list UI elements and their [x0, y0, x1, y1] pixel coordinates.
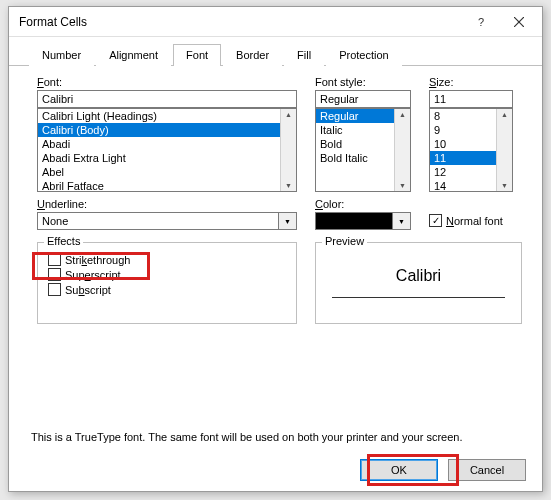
list-item[interactable]: Abadi Extra Light: [38, 151, 296, 165]
size-label: Size:: [429, 76, 513, 88]
font-label: Font:: [37, 76, 297, 88]
chevron-up-icon: ▲: [501, 109, 508, 120]
list-item[interactable]: Calibri (Body): [38, 123, 296, 137]
tab-protection[interactable]: Protection: [326, 44, 402, 66]
checkbox-icon: [48, 253, 61, 266]
preview-group: Preview Calibri: [315, 242, 522, 324]
font-style-input[interactable]: [315, 90, 411, 108]
chevron-down-icon: ▼: [285, 180, 292, 191]
close-icon: [514, 17, 524, 27]
tab-alignment[interactable]: Alignment: [96, 44, 171, 66]
chevron-up-icon: ▲: [399, 109, 406, 120]
cancel-button[interactable]: Cancel: [448, 459, 526, 481]
dialog-footer: OK Cancel: [360, 459, 526, 481]
ok-button[interactable]: OK: [360, 459, 438, 481]
subscript-checkbox[interactable]: Subscript: [48, 283, 286, 296]
size-input[interactable]: [429, 90, 513, 108]
list-item[interactable]: Calibri Light (Headings): [38, 109, 296, 123]
checkbox-icon: [48, 283, 61, 296]
list-item[interactable]: Abril Fatface: [38, 179, 296, 192]
color-label: Color:: [315, 198, 411, 210]
font-hint: This is a TrueType font. The same font w…: [31, 431, 520, 443]
tab-content: Font: Calibri Light (Headings) Calibri (…: [9, 66, 542, 461]
superscript-checkbox[interactable]: Superscript: [48, 268, 286, 281]
normal-font-label: Normal font: [446, 215, 503, 227]
tab-fill[interactable]: Fill: [284, 44, 324, 66]
preview-legend: Preview: [322, 235, 367, 247]
normal-font-checkbox[interactable]: Normal font: [429, 214, 513, 227]
scrollbar[interactable]: ▲▼: [394, 109, 410, 191]
chevron-up-icon: ▲: [285, 109, 292, 120]
scrollbar[interactable]: ▲▼: [280, 109, 296, 191]
list-item[interactable]: Abel: [38, 165, 296, 179]
scrollbar[interactable]: ▲▼: [496, 109, 512, 191]
tab-font[interactable]: Font: [173, 44, 221, 66]
superscript-label: Superscript: [65, 269, 121, 281]
strikethrough-label: Strikethrough: [65, 254, 130, 266]
chevron-down-icon[interactable]: ▼: [393, 212, 411, 230]
chevron-down-icon[interactable]: ▼: [279, 212, 297, 230]
strikethrough-checkbox[interactable]: Strikethrough: [48, 253, 286, 266]
list-item[interactable]: Abadi: [38, 137, 296, 151]
font-input[interactable]: [37, 90, 297, 108]
color-combo[interactable]: ▼: [315, 212, 411, 230]
dialog-title: Format Cells: [19, 15, 462, 29]
close-button[interactable]: [500, 10, 538, 34]
chevron-down-icon: ▼: [399, 180, 406, 191]
checkbox-icon: [429, 214, 442, 227]
checkbox-icon: [48, 268, 61, 281]
chevron-down-icon: ▼: [501, 180, 508, 191]
tab-border[interactable]: Border: [223, 44, 282, 66]
tab-strip: Number Alignment Font Border Fill Protec…: [9, 37, 542, 66]
format-cells-dialog: Format Cells ? Number Alignment Font Bor…: [8, 6, 543, 492]
font-style-label: Font style:: [315, 76, 411, 88]
font-listbox[interactable]: Calibri Light (Headings) Calibri (Body) …: [37, 108, 297, 192]
underline-input[interactable]: [37, 212, 279, 230]
size-listbox[interactable]: 8 9 10 11 12 14 ▲▼: [429, 108, 513, 192]
subscript-label: Subscript: [65, 284, 111, 296]
underline-combo[interactable]: ▼: [37, 212, 297, 230]
titlebar: Format Cells ?: [9, 7, 542, 37]
color-swatch: [315, 212, 393, 230]
effects-group: Effects Strikethrough Superscript Subscr…: [37, 242, 297, 324]
font-style-listbox[interactable]: Regular Italic Bold Bold Italic ▲▼: [315, 108, 411, 192]
tab-number[interactable]: Number: [29, 44, 94, 66]
preview-sample: Calibri: [332, 255, 505, 298]
effects-legend: Effects: [44, 235, 83, 247]
underline-label: Underline:: [37, 198, 297, 210]
help-button[interactable]: ?: [462, 10, 500, 34]
